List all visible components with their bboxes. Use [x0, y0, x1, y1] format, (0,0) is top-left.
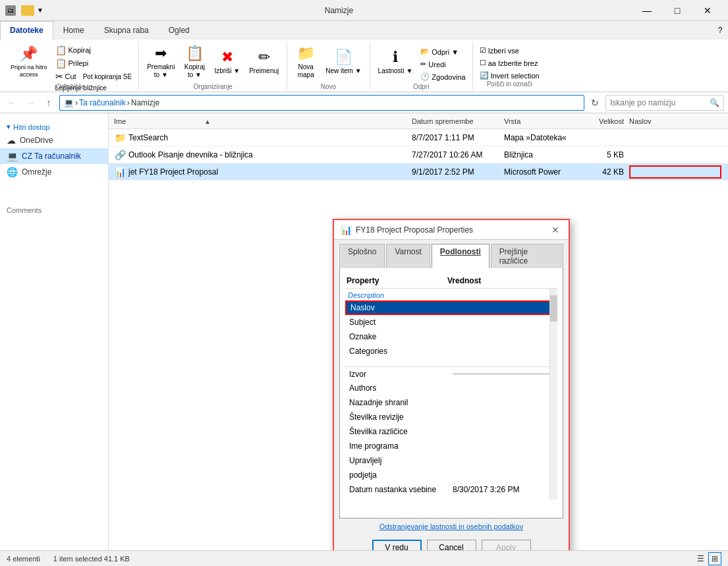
ta-racunalnik-label: CZ Ta računalnik	[22, 152, 81, 161]
cut-button[interactable]: ✂Cut	[53, 70, 79, 83]
izbrisi-button[interactable]: ✖ Izbriši ▼	[210, 43, 244, 80]
zgodovina-icon: 🕐	[420, 72, 430, 81]
title-bar: 🗂 ▼ Namizje — □ ✕	[0, 0, 728, 21]
prop-name-revizija: Številka revizije	[347, 412, 453, 422]
move-icon: ➡	[155, 45, 167, 62]
prop-value-izvor[interactable]	[453, 374, 556, 374]
remove-link[interactable]: Odstranjevanje lastnosti in osebnih poda…	[334, 519, 569, 534]
preimenuj-button[interactable]: ✏ Preimenuj	[245, 43, 283, 80]
prop-row-revizija[interactable]: Številka revizije	[345, 410, 557, 424]
prop-row-oznake[interactable]: Oznake	[345, 329, 557, 344]
address-bar: ← → ↑ 💻 › Ta računalnik › Namizje ↻ 🔍	[0, 92, 728, 113]
premakni-label: Premaknito ▼	[147, 63, 175, 79]
maximize-button[interactable]: □	[662, 0, 692, 21]
refresh-button[interactable]: ↻	[587, 95, 603, 111]
prop-row-categories[interactable]: Categories	[345, 344, 557, 358]
paste-icon: 📋	[55, 58, 67, 69]
ribbon-group-open: ℹ Lastnosti ▼ 📂 Odpri ▼ ✏ Uredi 🕐 Zgodov…	[370, 42, 473, 90]
prop-row-ime-programa[interactable]: Ime programa	[345, 439, 557, 453]
invert-label: Invert selection	[491, 72, 540, 80]
prop-row-upravitelj[interactable]: Upravljelj	[345, 453, 557, 468]
selected-info: 1 item selected 41.1 KB	[53, 555, 130, 563]
back-button[interactable]: ←	[4, 95, 20, 111]
close-button[interactable]: ✕	[692, 0, 723, 21]
sidebar-section-hitri[interactable]: ▾ Hitri dostop	[0, 119, 108, 132]
dialog-close-button[interactable]: ✕	[549, 223, 562, 237]
organize-group-label: Organiziranje	[193, 83, 232, 90]
title-dropdown-arrow[interactable]: ▼	[37, 7, 43, 14]
kopiraj-to-label: Kopirajto ▼	[184, 63, 205, 79]
prop-row-izvor[interactable]: Izvor	[345, 366, 557, 381]
copy-to-icon: 📋	[186, 45, 204, 62]
prop-name-podjetja: podjetja	[347, 470, 453, 480]
dialog-tab-podlonosti[interactable]: Podlonosti	[432, 244, 490, 268]
prop-row-nazadnje[interactable]: Nazadnje shranil	[345, 395, 557, 410]
search-box[interactable]: 🔍	[605, 95, 724, 111]
title-bar-icons: 🗂	[5, 5, 16, 16]
prop-row-razlicice[interactable]: Številka različice	[345, 424, 557, 439]
izberi-brez-label: aa Izberite brez	[488, 59, 538, 67]
up-button[interactable]: ↑	[41, 95, 57, 111]
prop-row-naslov[interactable]: Naslov	[345, 300, 557, 315]
invert-button[interactable]: 🔄 Invert selection	[477, 70, 542, 81]
breadcrumb-computer[interactable]: Ta računalnik	[79, 98, 126, 107]
copy-icon: 📋	[55, 45, 67, 55]
breadcrumb-root: 💻	[64, 98, 74, 107]
prop-scrollbar-thumb[interactable]	[550, 295, 557, 322]
prilepi-button[interactable]: 📋Prilepi	[53, 57, 135, 70]
premakni-button[interactable]: ➡ Premaknito ▼	[143, 43, 179, 80]
network-icon: 🌐	[7, 167, 18, 177]
prop-name-datum-nastanka: Datum nastanka vsebine	[347, 485, 453, 494]
izberi-vse-button[interactable]: ☑ Izberi vse	[477, 45, 542, 56]
tab-datoteke[interactable]: Datoteke	[0, 21, 53, 40]
dialog-tab-varnost[interactable]: Varnost	[386, 244, 430, 268]
apply-button[interactable]: Apply	[482, 540, 531, 550]
pripni-label: Pripni na hitroaccess	[11, 64, 47, 78]
minimize-button[interactable]: —	[632, 0, 662, 21]
tab-ogled[interactable]: Ogled	[159, 21, 200, 40]
prop-scrollbar[interactable]	[549, 289, 557, 499]
search-input[interactable]	[610, 98, 707, 107]
dialog-tab-prejsnje[interactable]: Prejšnje različice	[491, 244, 563, 268]
nova-mapa-button[interactable]: 📁 Novamapa	[291, 43, 320, 80]
kopiraj-to-button[interactable]: 📋 Kopirajto ▼	[180, 43, 209, 80]
odpri-icon: 📂	[420, 47, 430, 56]
prop-row-podjetja[interactable]: podjetja	[345, 468, 557, 482]
breadcrumb-current[interactable]: Namizje	[131, 98, 159, 107]
kopiraj-button[interactable]: 📋Kopiraj	[53, 43, 135, 57]
select-all-icon: ☑	[480, 46, 486, 55]
prop-name-categories: Categories	[347, 347, 453, 356]
prop-name-oznake: Oznake	[347, 332, 453, 341]
sidebar-item-omrezje[interactable]: 🌐 Omrežje	[0, 164, 108, 180]
forward-button[interactable]: →	[22, 95, 38, 111]
lastnosti-button[interactable]: ℹ Lastnosti ▼	[374, 43, 417, 80]
address-path[interactable]: 💻 › Ta računalnik › Namizje	[59, 95, 584, 111]
cancel-button[interactable]: Cancel	[427, 540, 476, 550]
status-bar: 4 elementi 1 item selected 41.1 KB ☰ ⊞	[0, 550, 728, 566]
rename-icon: ✏	[258, 49, 270, 66]
tab-home[interactable]: Home	[53, 21, 94, 40]
view-buttons: ☰ ⊞	[694, 552, 721, 565]
zgodovina-button[interactable]: 🕐 Zgodovina	[418, 71, 468, 82]
invert-icon: 🔄	[480, 71, 489, 80]
odpri-button[interactable]: 📂 Odpri ▼	[418, 46, 468, 57]
ribbon-help-button[interactable]: ?	[712, 21, 728, 40]
prop-row-subject[interactable]: Subject	[345, 315, 557, 329]
prop-row-authors[interactable]: Authors	[345, 381, 557, 395]
sidebar: ▾ Hitri dostop ☁ OneDrive 💻 CZ Ta računa…	[0, 113, 109, 550]
list-view-button[interactable]: ☰	[694, 552, 707, 565]
prop-name-upravitelj: Upravljelj	[347, 456, 453, 465]
dialog-tabs: Splošno Varnost Podlonosti Prejšnje razl…	[334, 240, 569, 268]
sidebar-item-onedrive[interactable]: ☁ OneDrive	[0, 132, 108, 148]
dialog-tab-splosno[interactable]: Splošno	[339, 244, 385, 268]
detail-view-button[interactable]: ⊞	[708, 552, 721, 565]
pot-button[interactable]: Pot kopiranja SE	[80, 70, 135, 83]
ok-button[interactable]: V redu	[372, 540, 422, 550]
uredi-button[interactable]: ✏ Uredi	[418, 59, 468, 70]
pripni-button[interactable]: 📌 Pripni na hitroaccess	[7, 43, 51, 80]
new-item-button[interactable]: 📄 New item ▼	[322, 43, 365, 80]
tab-skupna-raba[interactable]: Skupna raba	[94, 21, 159, 40]
izberi-brez-button[interactable]: ☐ aa Izberite brez	[477, 57, 542, 69]
lastnosti-label: Lastnosti ▼	[378, 67, 413, 75]
sidebar-item-ta-racunalnik[interactable]: 💻 CZ Ta računalnik	[0, 148, 108, 164]
